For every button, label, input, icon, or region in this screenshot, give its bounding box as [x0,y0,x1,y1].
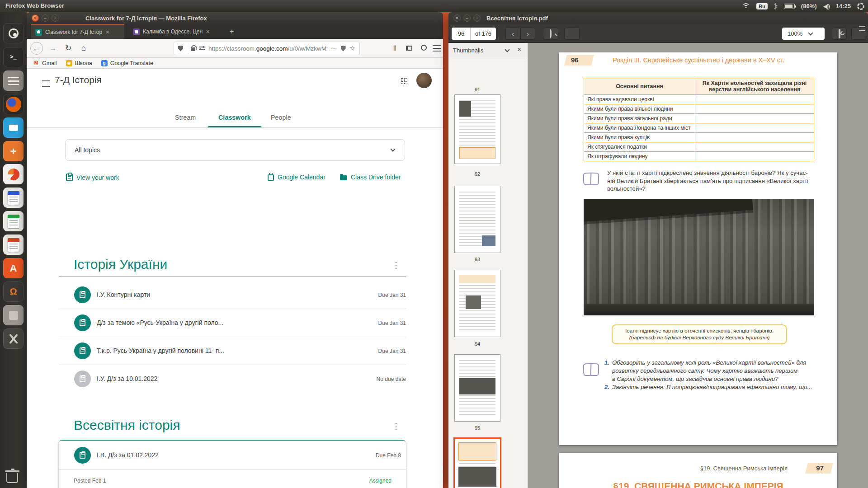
avatar[interactable] [416,73,432,88]
window-maximize-button[interactable]: ▫ [52,14,59,22]
dock-icon-calc[interactable] [3,211,24,231]
window-maximize-button[interactable]: ▫ [473,14,481,22]
view-your-work-link[interactable]: View your work [66,174,119,181]
task-text: Закінчіть речення: Я попрацював/попрацюв… [612,383,812,391]
dock-icon-dark-app[interactable]: Ω [3,282,24,302]
tab-classwork[interactable]: Classwork [218,114,251,121]
apps-grid-icon[interactable] [400,77,407,84]
section-title[interactable]: Історія України [74,257,167,272]
dock-icon-box-app[interactable] [3,305,24,325]
assignment-row[interactable]: Д/з за темою «Русь-Україна у другій поло… [59,309,406,337]
section-menu-icon[interactable]: ⋮ [392,261,400,269]
launcher-dock: >_ + A Ω [0,12,27,488]
class-drive-folder-link[interactable]: Class Drive folder [340,174,401,181]
section-title[interactable]: Всесвітня історія [74,418,180,433]
assignment-row[interactable]: І.В. Д/з за 01.02.2022 Due Feb 8 [59,441,401,469]
back-button[interactable]: ← [30,42,43,55]
page-number-input[interactable]: 96 [452,28,471,40]
assignment-row[interactable]: І.У. Контурні карти Due Jan 31 [59,281,406,309]
assignment-icon [74,314,91,331]
tracking-shield-icon[interactable] [178,46,183,52]
dock-icon-media-app[interactable] [3,164,24,184]
status-badge: Assigned [369,478,392,484]
assignment-row[interactable]: Т.к.р. Русь-Україна у другій половині 11… [59,337,406,365]
protections-icon[interactable] [341,46,346,52]
keyboard-layout-indicator[interactable]: Ru [756,3,768,9]
next-page-button[interactable]: › [520,28,535,40]
pdf-menu-button[interactable] [851,28,866,40]
dock-icon-terminal[interactable]: >_ [3,47,24,67]
tasks-block: 1.Обговоріть у загальному колі роль «Вел… [604,359,821,391]
tab-stream[interactable]: Stream [175,114,196,121]
window-minimize-button[interactable]: – [42,14,49,22]
window-close-button[interactable]: ✕ [32,14,39,22]
dock-icon-tools[interactable] [3,328,24,349]
google-calendar-link[interactable]: Google Calendar [268,174,326,181]
url-overflow-icon[interactable]: ⋯ [331,45,337,52]
topics-filter-dropdown[interactable]: All topics [65,139,405,161]
dock-icon-software-app[interactable]: + [3,141,24,161]
side-pane-button[interactable] [564,28,580,40]
menu-hamburger-icon[interactable] [430,42,443,55]
tab-close-icon[interactable]: ✕ [206,29,210,35]
dock-icon-files[interactable] [3,70,24,91]
expanded-assignment-card: І.В. Д/з за 01.02.2022 Due Feb 8 Posted … [58,440,406,488]
school-icon: ◉ [66,60,72,66]
new-tab-button[interactable]: + [226,24,239,39]
bluetooth-icon[interactable] [774,3,778,9]
tab-kalimba[interactable]: Калимба в Одессе. Цен ✕ [129,24,222,39]
tab-people[interactable]: People [271,114,291,121]
work-badge-icon [66,174,73,181]
dock-icon-writer[interactable] [3,188,24,208]
assignment-row[interactable]: І.У. Д/з за 10.01.2022 No due date [59,365,406,393]
page-thumbnail[interactable] [455,270,500,337]
reload-button[interactable]: ↻ [62,42,75,55]
course-title[interactable]: 7-Д Історія [55,75,102,85]
permissions-icon[interactable] [199,46,205,51]
section-menu-icon[interactable]: ⋮ [392,422,400,430]
dock-icon-dash[interactable] [3,23,24,43]
annotate-button[interactable] [832,28,847,40]
assignment-icon [74,371,91,387]
thumb-label: 93 [455,257,500,262]
account-icon[interactable] [417,42,430,55]
tab-close-icon[interactable]: ✕ [105,29,109,35]
previous-page-button[interactable]: ‹ [505,28,520,40]
session-gear-icon[interactable] [857,3,864,10]
dock-icon-video-app[interactable] [3,117,24,138]
pdf-canvas[interactable]: 96 Розділ ІІІ. Європейське суспільство і… [528,43,868,488]
thumb-label: 91 [455,87,500,92]
page-thumbnail[interactable] [455,186,500,253]
forward-button[interactable]: → [47,42,59,55]
zoom-dropdown[interactable]: 100% [782,28,825,40]
translate-icon: g [101,60,108,66]
thumbnails-title[interactable]: Thumbnails [453,47,483,54]
close-panel-icon[interactable]: × [517,46,521,54]
bookmark-school[interactable]: ◉Школа [66,60,92,66]
wifi-icon[interactable] [742,3,750,9]
window-minimize-button[interactable]: – [463,14,471,22]
dock-icon-a-app[interactable]: A [3,258,24,278]
library-icon[interactable]: ⫼ [388,42,401,55]
lock-icon[interactable] [191,47,195,51]
page-thumbnail-selected[interactable] [455,439,500,488]
chevron-down-icon[interactable] [505,47,509,52]
url-bar[interactable]: https://classroom.google.com/u/0/w/MzkwM… [174,42,359,55]
task-text: Обговоріть у загальному колі роль «Велик… [612,359,806,383]
dock-icon-firefox[interactable] [3,94,24,114]
search-button[interactable] [543,28,558,40]
bookmark-star-icon[interactable]: ☆ [349,44,355,52]
window-close-button[interactable]: ✕ [453,14,461,22]
dock-icon-trash[interactable] [6,473,18,483]
clock[interactable]: 14:25 [836,3,851,9]
volume-icon[interactable]: ◀)) [823,3,830,9]
bookmark-translate[interactable]: gGoogle Translate [101,60,153,66]
tab-classwork[interactable]: Classwork for 7-Д Істор ✕ [31,24,124,39]
book-icon [583,171,599,186]
page-thumbnail[interactable] [455,95,500,164]
home-button[interactable]: ⌂ [77,42,90,55]
sidebar-icon[interactable] [403,42,415,55]
dock-icon-impress[interactable] [3,235,24,255]
bookmark-gmail[interactable]: MGmail [33,60,57,66]
page-thumbnail[interactable] [455,355,500,421]
